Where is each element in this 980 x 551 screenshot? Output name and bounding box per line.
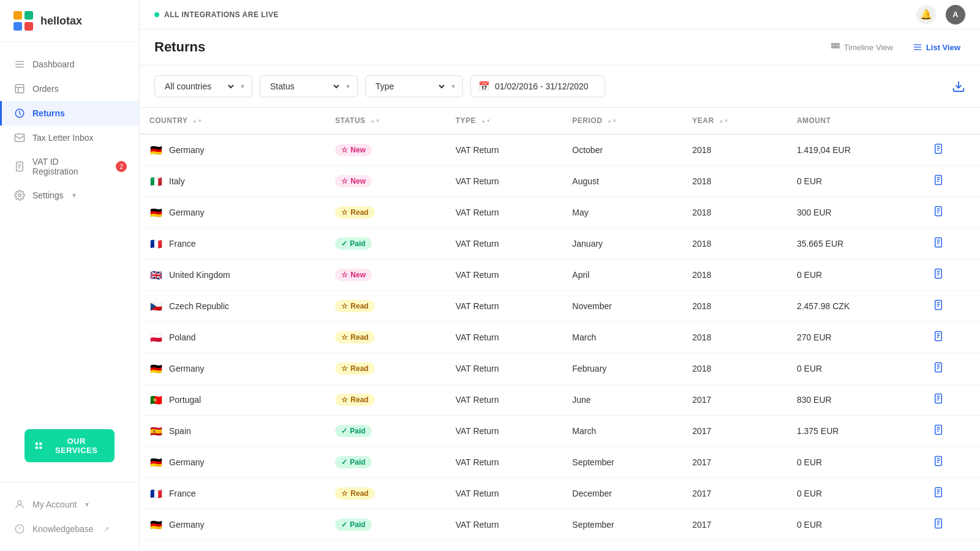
date-filter[interactable]: 📅 01/02/2016 - 31/12/2020	[470, 75, 605, 97]
cell-year-4: 2018	[682, 260, 787, 291]
cell-type-4: VAT Return	[446, 260, 563, 291]
cell-doc-1	[923, 166, 980, 197]
table-row[interactable]: 🇵🇹 Portugal ☆ Read VAT Return June 2017 …	[140, 384, 980, 416]
download-button[interactable]	[952, 80, 965, 93]
cell-period-6: March	[562, 322, 682, 353]
svg-rect-2	[13, 22, 22, 31]
cell-year-2: 2018	[682, 197, 787, 228]
doc-icon-9[interactable]	[933, 427, 944, 437]
status-badge-6: ☆ Read	[335, 331, 374, 343]
table-row[interactable]: 🇫🇷 France ☆ Read VAT Return December 201…	[140, 478, 980, 509]
svg-point-14	[18, 194, 21, 197]
nav-items: Dashboard Orders Returns Tax Letter Inbo…	[0, 47, 139, 410]
cell-type-9: VAT Return	[446, 416, 563, 447]
cell-type-12: VAT Return	[446, 509, 563, 541]
cell-amount-2: 300 EUR	[787, 197, 923, 228]
logo-icon	[12, 10, 34, 32]
cell-status-11: ☆ Read	[325, 478, 445, 509]
table-container: COUNTRY ▲▼ STATUS ▲▼ TYPE ▲▼ PERIOD ▲▼	[140, 108, 980, 551]
country-sort-icon: ▲▼	[192, 119, 203, 124]
status-filter[interactable]: Status NewReadPaid ▾	[260, 75, 358, 97]
doc-icon-10[interactable]	[933, 458, 944, 468]
cell-country-5: 🇨🇿 Czech Republic	[140, 291, 325, 322]
cell-period-10: September	[562, 447, 682, 478]
cell-country-0: 🇩🇪 Germany	[140, 134, 325, 166]
col-period[interactable]: PERIOD ▲▼	[562, 108, 682, 134]
account-icon	[14, 499, 25, 510]
sidebar-item-returns[interactable]: Returns	[0, 101, 139, 126]
col-status[interactable]: STATUS ▲▼	[325, 108, 445, 134]
status-badge-1: ☆ New	[335, 175, 372, 187]
table-row[interactable]: 🇬🇧 United Kingdom ☆ New VAT Return April…	[140, 260, 980, 291]
doc-icon-8[interactable]	[933, 395, 944, 406]
table-row[interactable]: 🇩🇪 Germany ☆ Read VAT Return February 20…	[140, 353, 980, 384]
doc-icon-11[interactable]	[933, 489, 944, 500]
table-row[interactable]: 🇩🇪 Germany ✓ Paid VAT Return September 2…	[140, 509, 980, 541]
cell-year-12: 2017	[682, 509, 787, 541]
our-services-button[interactable]: OUR SERVICES	[24, 429, 115, 462]
status-badge-10: ✓ Paid	[335, 456, 371, 468]
table-row[interactable]: 🇫🇷 France ✓ Paid VAT Return January 2018…	[140, 228, 980, 260]
doc-icon-2[interactable]	[933, 208, 944, 219]
sidebar-item-knowledgebase[interactable]: Knowledgebase ↗	[0, 517, 139, 541]
type-filter[interactable]: Type VAT Return ▾	[365, 75, 463, 97]
status-select[interactable]: Status NewReadPaid	[268, 81, 341, 92]
svg-rect-1	[24, 11, 33, 20]
country-chevron-icon: ▾	[241, 82, 244, 91]
status-sort-icon: ▲▼	[370, 119, 380, 124]
flag-5: 🇨🇿	[149, 299, 163, 313]
status-star-9: ✓	[341, 427, 347, 435]
notification-bell[interactable]: 🔔	[916, 5, 936, 24]
doc-icon-5[interactable]	[933, 302, 944, 312]
sidebar-item-settings[interactable]: Settings ▾	[0, 183, 139, 208]
status-star-7: ☆	[341, 364, 348, 373]
timeline-view-btn[interactable]: Timeline View	[826, 40, 898, 54]
doc-icon-6[interactable]	[933, 333, 944, 343]
cell-period-12: September	[562, 509, 682, 541]
doc-icon-12[interactable]	[933, 520, 944, 531]
country-name-12: Germany	[169, 520, 205, 530]
country-filter[interactable]: All countries GermanyItalyFranceUnited K…	[154, 75, 252, 97]
type-select[interactable]: Type VAT Return	[373, 81, 447, 92]
status-star-4: ☆	[341, 271, 348, 279]
col-country[interactable]: COUNTRY ▲▼	[140, 108, 325, 134]
table-row[interactable]: 🇪🇸 Spain ✓ Paid VAT Return March 2017 1.…	[140, 416, 980, 447]
sidebar-item-vat-id[interactable]: VAT ID Registration 2	[0, 150, 139, 183]
returns-icon	[14, 108, 25, 119]
user-avatar[interactable]: A	[946, 5, 965, 24]
settings-chevron: ▾	[72, 191, 76, 200]
cell-type-7: VAT Return	[446, 353, 563, 384]
list-view-btn[interactable]: List View	[908, 40, 965, 54]
cell-status-6: ☆ Read	[325, 322, 445, 353]
table-row[interactable]: 🇨🇿 Czech Republic ☆ Read VAT Return Nove…	[140, 291, 980, 322]
status-star-5: ☆	[341, 302, 348, 310]
list-icon	[913, 42, 922, 52]
table-row[interactable]: 🇮🇹 Italy ☆ New VAT Return August 2018 0 …	[140, 166, 980, 197]
cell-period-1: August	[562, 166, 682, 197]
col-type[interactable]: TYPE ▲▼	[446, 108, 563, 134]
sidebar-item-dashboard[interactable]: Dashboard	[0, 52, 139, 77]
cell-type-1: VAT Return	[446, 166, 563, 197]
col-amount[interactable]: AMOUNT	[787, 108, 923, 134]
cell-doc-10	[923, 447, 980, 478]
download-icon	[952, 80, 965, 93]
knowledge-icon	[14, 523, 25, 534]
doc-icon-3[interactable]	[933, 239, 944, 250]
doc-icon-7[interactable]	[933, 364, 944, 375]
sidebar-item-my-account[interactable]: My Account ▾	[0, 492, 139, 517]
doc-icon-1[interactable]	[933, 177, 944, 187]
table-row[interactable]: 🇵🇱 Poland ☆ Read VAT Return March 2018 2…	[140, 322, 980, 353]
table-row[interactable]: 🇩🇪 Germany ☆ Read VAT Return May 2018 30…	[140, 197, 980, 228]
country-select[interactable]: All countries GermanyItalyFranceUnited K…	[162, 81, 236, 92]
status-star-1: ☆	[341, 177, 348, 186]
cell-amount-4: 0 EUR	[787, 260, 923, 291]
sidebar-item-tax-letter-inbox[interactable]: Tax Letter Inbox	[0, 126, 139, 150]
doc-icon-0[interactable]	[933, 146, 944, 156]
table-row[interactable]: 🇩🇪 Germany ✓ Paid VAT Return September 2…	[140, 447, 980, 478]
sidebar-item-orders[interactable]: Orders	[0, 77, 139, 101]
cell-type-0: VAT Return	[446, 134, 563, 166]
cell-amount-12: 0 EUR	[787, 509, 923, 541]
col-year[interactable]: YEAR ▲▼	[682, 108, 787, 134]
table-row[interactable]: 🇩🇪 Germany ☆ New VAT Return October 2018…	[140, 134, 980, 166]
doc-icon-4[interactable]	[933, 271, 944, 281]
